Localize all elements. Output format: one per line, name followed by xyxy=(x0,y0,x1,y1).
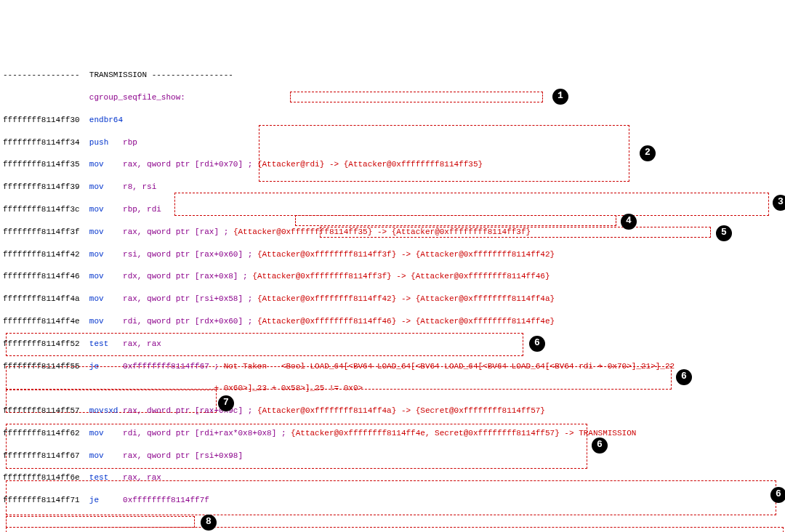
asm-line: ffffffff8114ff35 mov rax, qword ptr [rdi… xyxy=(3,159,782,170)
asm-line: ffffffff8114ff52 test rax, rax xyxy=(3,339,782,350)
badge-8: 8 xyxy=(201,515,217,531)
badge-7: 7 xyxy=(218,395,234,411)
asm-line: ffffffff8114ff42 mov rsi, qword ptr [rax… xyxy=(3,249,782,260)
asm-line: ffffffff8114ff39 mov r8, rsi xyxy=(3,182,782,193)
asm-line: ffffffff8114ff67 mov rax, qword ptr [rsi… xyxy=(3,451,782,462)
badge-1: 1 xyxy=(552,89,568,105)
badge-6d: 6 xyxy=(770,487,785,503)
asm-line: ffffffff8114ff71 je 0xffffffff8114ff7f xyxy=(3,495,782,506)
asm-line: ffffffff8114ff4a mov rax, qword ptr [rsi… xyxy=(3,294,782,305)
asm-line: ffffffff8114ff55 je 0xffffffff8114ff67 ;… xyxy=(3,361,782,372)
asm-line: ffffffff8114ff62 mov rdi, qword ptr [rdi… xyxy=(3,428,782,439)
asm-line: ffffffff8114ff34 push rbp xyxy=(3,137,782,148)
blank xyxy=(3,517,782,528)
asm-line: ffffffff8114ff6e test rax, rax xyxy=(3,472,782,483)
badge-6c: 6 xyxy=(592,438,608,454)
badge-6b: 6 xyxy=(676,369,692,385)
asm-line: ffffffff8114ff4e mov rdi, qword ptr [rdx… xyxy=(3,316,782,327)
asm-line: ffffffff8114ff57 movsxd rax, dword ptr [… xyxy=(3,406,782,416)
func-name: cgroup_seqfile_show: xyxy=(3,92,782,103)
asm-continuation: + 0x60>]_23 + 0x58>]_25 != 0x0> xyxy=(3,383,782,394)
badge-5: 5 xyxy=(716,225,732,241)
asm-line: ffffffff8114ff3f mov rax, qword ptr [rax… xyxy=(3,227,782,238)
badge-3: 3 xyxy=(773,195,785,211)
asm-line: ffffffff8114ff3c mov rbp, rdi xyxy=(3,204,782,215)
badge-4: 4 xyxy=(621,214,637,230)
asm-line: ffffffff8114ff46 mov rdx, qword ptr [rax… xyxy=(3,271,782,282)
badge-6a: 6 xyxy=(529,336,545,352)
asm-line: ffffffff8114ff30 endbr64 xyxy=(3,115,782,126)
badge-2: 2 xyxy=(640,145,656,161)
transmission-header: ---------------- TRANSMISSION ----------… xyxy=(3,70,782,81)
